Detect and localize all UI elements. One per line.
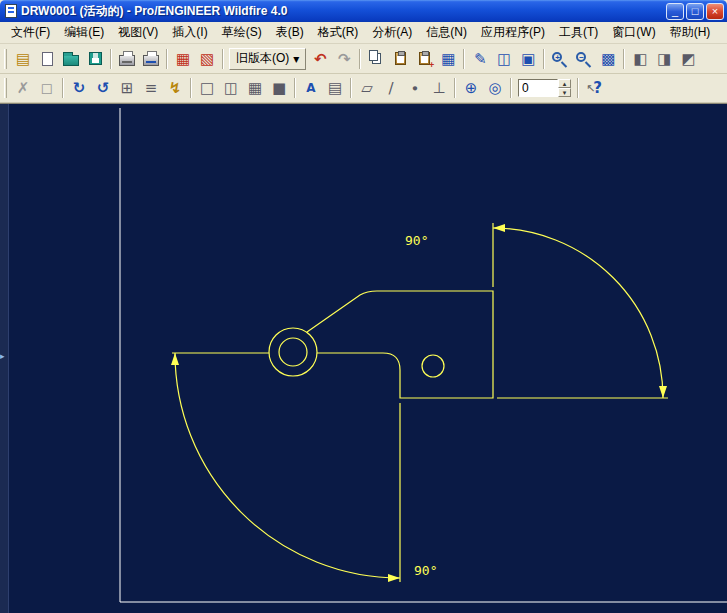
minimize-icon: _ [672, 5, 678, 17]
new-button[interactable] [35, 47, 59, 71]
zoom-out-button[interactable]: − [572, 47, 596, 71]
save-button[interactable] [83, 47, 107, 71]
repaint-button[interactable]: ↻ [67, 76, 91, 100]
spin-down-icon: ▾ [563, 89, 567, 96]
hidden-line-icon: ◫ [224, 77, 238, 99]
menu-applications[interactable]: 应用程序(P) [474, 21, 552, 44]
print-button[interactable] [115, 47, 139, 71]
annotation-button[interactable]: A [299, 76, 323, 100]
context-help-button[interactable]: ↖ ? [582, 76, 606, 100]
paste-button[interactable] [388, 47, 412, 71]
regenerate-button[interactable]: ▧ [195, 47, 219, 71]
boss-outer-circle[interactable] [269, 328, 317, 376]
spin-up-button[interactable]: ▴ [558, 79, 571, 88]
menu-format[interactable]: 格式(R) [311, 21, 366, 44]
menu-insert[interactable]: 插入(I) [165, 21, 214, 44]
spin-up-icon: ▴ [563, 80, 567, 87]
new-format-button[interactable]: ▤ [11, 47, 35, 71]
copy-button[interactable] [364, 47, 388, 71]
refit-button[interactable]: ▩ [596, 47, 620, 71]
layers-icon: ▤ [328, 77, 342, 99]
line-style-button[interactable]: ≡ [139, 76, 163, 100]
update-tables-button[interactable]: ▦ [436, 47, 460, 71]
menu-analysis[interactable]: 分析(A) [365, 21, 419, 44]
sketch-button[interactable]: ✎ [468, 47, 492, 71]
redo-icon: ↷ [338, 48, 351, 70]
menu-tools[interactable]: 工具(T) [552, 21, 605, 44]
menu-edit[interactable]: 编辑(E) [57, 21, 111, 44]
wireframe-button[interactable]: □ [195, 76, 219, 100]
menu-info[interactable]: 信息(N) [419, 21, 474, 44]
update-sheets-button[interactable]: ▦ [171, 47, 195, 71]
boss-hole-circle[interactable] [279, 338, 307, 366]
close-button[interactable]: × [706, 3, 724, 20]
toolbar-separator [294, 78, 296, 98]
minimize-button[interactable]: _ [666, 3, 684, 20]
erase-button[interactable]: ◻ [35, 76, 59, 100]
redraw-button[interactable]: ↺ [91, 76, 115, 100]
grid-icon: ⊞ [121, 77, 134, 99]
upper-dim-arc[interactable] [493, 228, 663, 398]
app-window: DRW0001 (活动的) - Pro/ENGINEER Wildfire 4.… [0, 0, 727, 613]
help-question-icon: ? [593, 77, 602, 99]
delete-button[interactable]: ✗ [11, 76, 35, 100]
wireframe-icon: □ [200, 77, 214, 99]
drawing-canvas[interactable]: 90° 90° ▸ [0, 103, 727, 613]
old-version-button[interactable]: 旧版本(O) ▾ [229, 48, 306, 70]
toolbar-bottom: ✗ ◻ ↻ ↺ ⊞ ≡ ↯ □ ◫ ▦ ■ A ▤ ▱ ∕ ∙ ⊥ ⊕ ◎ ▴ … [0, 74, 727, 103]
menu-table[interactable]: 表(B) [269, 21, 311, 44]
orient-button[interactable]: ◎ [483, 76, 507, 100]
toolbar-grip[interactable] [4, 49, 7, 69]
lower-dim-label[interactable]: 90° [414, 563, 437, 578]
toolbar-grip[interactable] [4, 78, 7, 98]
save-floppy-icon [89, 52, 102, 65]
maximize-button[interactable]: □ [686, 3, 704, 20]
print-setup-button[interactable] [139, 47, 163, 71]
lock-view-icon: ▣ [521, 48, 535, 70]
menu-file[interactable]: 文件(F) [4, 21, 57, 44]
navigator-sash[interactable]: ▸ [0, 104, 9, 613]
menu-view[interactable]: 视图(V) [111, 21, 165, 44]
spin-center-button[interactable]: ⊕ [459, 76, 483, 100]
sheet-number-input[interactable] [518, 79, 558, 97]
insert-view-icon: ◫ [497, 48, 511, 70]
lower-dim-arrow-left [171, 353, 179, 365]
redo-button[interactable]: ↷ [332, 47, 356, 71]
delete-icon: ✗ [17, 77, 30, 99]
upper-dim-label[interactable]: 90° [405, 233, 428, 248]
redraw-icon: ↺ [97, 77, 110, 99]
gallery-window-button[interactable]: ◩ [676, 47, 700, 71]
shaded-button[interactable]: ■ [267, 76, 291, 100]
toolbar-separator [543, 49, 545, 69]
open-folder-icon [63, 55, 79, 66]
sketch-pencil-icon: ✎ [474, 48, 487, 70]
datum-plane-toggle[interactable]: ▱ [355, 76, 379, 100]
hidden-line-button[interactable]: ◫ [219, 76, 243, 100]
menu-window[interactable]: 窗口(W) [605, 21, 662, 44]
paste-special-button[interactable]: + [412, 47, 436, 71]
layers-button[interactable]: ▤ [323, 76, 347, 100]
grid-toggle-button[interactable]: ⊞ [115, 76, 139, 100]
insert-view-button[interactable]: ◫ [492, 47, 516, 71]
sash-expand-icon[interactable]: ▸ [0, 351, 5, 361]
no-hidden-button[interactable]: ▦ [243, 76, 267, 100]
lock-view-button[interactable]: ▣ [516, 47, 540, 71]
open-button[interactable] [59, 47, 83, 71]
no-hidden-icon: ▦ [248, 77, 262, 99]
zoom-in-button[interactable]: + [548, 47, 572, 71]
layer-window-button[interactable]: ◨ [652, 47, 676, 71]
lower-dim-arc[interactable] [175, 353, 400, 578]
highlight-button[interactable]: ↯ [163, 76, 187, 100]
datum-csys-toggle[interactable]: ⊥ [427, 76, 451, 100]
part-outline[interactable] [307, 291, 493, 398]
saved-views-button[interactable]: ◧ [628, 47, 652, 71]
update-sheets-icon: ▦ [176, 48, 190, 70]
menu-help[interactable]: 帮助(H) [663, 21, 718, 44]
datum-point-toggle[interactable]: ∙ [403, 76, 427, 100]
datum-axis-icon: ∕ [388, 77, 393, 99]
datum-axis-toggle[interactable]: ∕ [379, 76, 403, 100]
menu-sketch[interactable]: 草绘(S) [215, 21, 269, 44]
undo-button[interactable]: ↶ [308, 47, 332, 71]
small-hole-circle[interactable] [422, 355, 444, 377]
spin-down-button[interactable]: ▾ [558, 88, 571, 97]
